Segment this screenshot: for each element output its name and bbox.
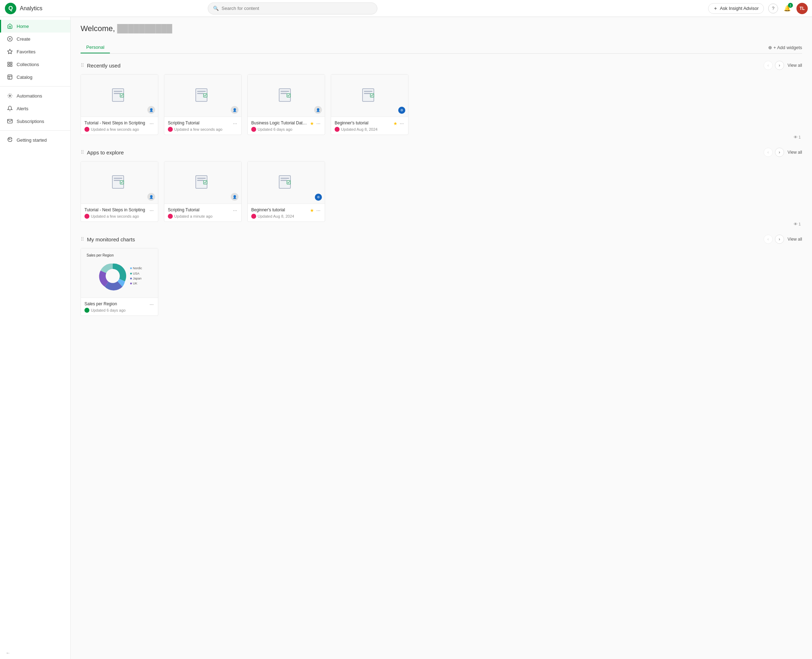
topbar-right: ✦ Ask Insight Advisor ? 🔔 1 TL — [708, 3, 808, 14]
app-icon-2 — [194, 87, 211, 105]
card-more-button-1[interactable]: ··· — [149, 120, 155, 126]
svg-rect-28 — [364, 93, 370, 94]
insight-advisor-button[interactable]: ✦ Ask Insight Advisor — [708, 3, 764, 14]
card-actions-2: ··· — [232, 120, 238, 126]
chart-legend: ■ Nordic ■ USA ■ Japan ■ UK — [130, 266, 142, 286]
sidebar-collapse-button[interactable]: ← — [0, 646, 70, 659]
svg-rect-19 — [197, 91, 206, 92]
apps-view-all[interactable]: View all — [788, 150, 802, 155]
svg-rect-30 — [112, 176, 124, 188]
chart-more-button-1[interactable]: ··· — [149, 301, 155, 307]
recently-used-card-4: ⚙ Beginner's tutorial Updated Aug 8, 202… — [331, 74, 408, 135]
apps-thumb-3: ⚙ — [248, 161, 325, 204]
card-title-2: Scripting Tutorial — [168, 120, 231, 125]
recently-used-views: 👁 1 — [80, 135, 802, 140]
apps-to-explore-section-header: ⠿ Apps to explore ‹ › View all — [80, 148, 802, 157]
card-badge-3: 👤 — [314, 106, 322, 114]
card-more-button-2[interactable]: ··· — [232, 120, 238, 126]
catalog-icon — [7, 74, 13, 80]
chart-info-1: Sales per Region Updated 6 days ago ··· — [81, 298, 158, 315]
svg-rect-16 — [114, 93, 120, 94]
sidebar-item-create[interactable]: Create — [0, 33, 70, 45]
chart-thumb-1: Sales per Region — [81, 248, 158, 298]
help-button[interactable]: ? — [768, 3, 778, 13]
sidebar-item-home[interactable]: Home — [0, 20, 70, 33]
apps-to-explore-nav: ‹ › View all — [763, 148, 802, 157]
apps-info-2: Scripting Tutorial Updated a minute ago … — [164, 204, 241, 222]
recently-used-prev-button[interactable]: ‹ — [763, 61, 773, 70]
apps-thumb-1: 👤 — [81, 161, 158, 204]
apps-actions-2: ··· — [232, 207, 238, 213]
drag-handle-recently-used[interactable]: ⠿ — [80, 63, 84, 68]
recently-used-section-header: ⠿ Recently used ‹ › View all — [80, 61, 802, 70]
chart-subtitle-1: Updated 6 days ago — [84, 308, 147, 313]
sidebar-item-collections[interactable]: Collections — [0, 58, 70, 71]
card-star-button-4[interactable]: ★ — [393, 121, 397, 126]
svg-rect-14 — [112, 89, 124, 101]
svg-rect-9 — [10, 65, 12, 66]
avatar[interactable]: TL — [796, 3, 808, 14]
card-meta-4: Beginner's tutorial Updated Aug 8, 2024 — [334, 120, 392, 132]
card-badge-1: 👤 — [147, 106, 155, 114]
apps-more-button-2[interactable]: ··· — [232, 207, 238, 213]
apps-more-button-1[interactable]: ··· — [149, 207, 155, 213]
eye-icon: 👁 — [794, 135, 798, 139]
create-icon — [7, 36, 13, 42]
apps-more-button-3[interactable]: ··· — [315, 207, 321, 213]
collapse-icon: ← — [6, 650, 10, 656]
chart-card-title-1: Sales per Region — [84, 301, 147, 306]
apps-actions-1: ··· — [149, 207, 155, 213]
apps-thumb-2: 👤 — [164, 161, 241, 204]
svg-text:Q: Q — [8, 5, 13, 11]
apps-icon-2 — [194, 173, 211, 192]
sidebar-collections-label: Collections — [17, 62, 39, 67]
apps-star-button-3[interactable]: ★ — [310, 208, 314, 213]
card-actions-1: ··· — [149, 120, 155, 126]
card-more-button-4[interactable]: ··· — [399, 120, 405, 126]
recently-used-view-all[interactable]: View all — [788, 63, 802, 68]
card-more-button-3[interactable]: ··· — [315, 120, 321, 126]
apps-badge-3: ⚙ — [315, 194, 322, 201]
apps-prev-button[interactable]: ‹ — [763, 148, 773, 157]
monitored-charts-cards: Sales per Region — [80, 248, 802, 316]
sidebar-item-getting-started[interactable]: Getting started — [0, 134, 70, 146]
svg-point-13 — [9, 95, 11, 96]
notifications-button[interactable]: 🔔 1 — [782, 3, 792, 13]
donut-chart-svg — [97, 260, 129, 292]
apps-avatar-2 — [168, 214, 173, 219]
apps-eye-icon: 👁 — [794, 222, 798, 226]
topbar: Q Analytics 🔍 ✦ Ask Insight Advisor ? 🔔 … — [0, 0, 812, 17]
sidebar-item-alerts[interactable]: Alerts — [0, 102, 70, 115]
recently-used-cards: 👤 Tutorial - Next Steps in Scripting Upd… — [80, 74, 802, 135]
card-thumb-4: ⚙ — [331, 74, 408, 117]
topbar-left: Q Analytics — [4, 2, 43, 15]
apps-next-button[interactable]: › — [775, 148, 784, 157]
recently-used-next-button[interactable]: › — [775, 61, 784, 70]
drag-handle-apps[interactable]: ⠿ — [80, 150, 84, 155]
qlik-logo-svg: Q — [4, 2, 17, 15]
charts-next-button[interactable]: › — [775, 235, 784, 244]
search-input[interactable] — [222, 6, 372, 11]
svg-rect-20 — [197, 93, 203, 94]
svg-rect-10 — [8, 75, 12, 79]
sidebar-item-favorites[interactable]: Favorites — [0, 45, 70, 58]
sidebar-item-catalog[interactable]: Catalog — [0, 71, 70, 84]
search-bar[interactable]: 🔍 — [208, 3, 377, 14]
sidebar-item-automations[interactable]: Automations — [0, 90, 70, 102]
card-star-button-3[interactable]: ★ — [310, 121, 314, 126]
add-widgets-button[interactable]: ⊕ + Add widgets — [768, 45, 802, 50]
recently-used-card-1: 👤 Tutorial - Next Steps in Scripting Upd… — [80, 74, 158, 135]
drag-handle-charts[interactable]: ⠿ — [80, 236, 84, 242]
sidebar-item-subscriptions[interactable]: Subscriptions — [0, 115, 70, 128]
apps-info-3: Beginner's tutorial Updated Aug 8, 2024 … — [248, 204, 325, 222]
svg-marker-5 — [8, 49, 12, 54]
card-info-4: Beginner's tutorial Updated Aug 8, 2024 … — [331, 117, 408, 135]
svg-rect-39 — [281, 178, 289, 179]
charts-prev-button[interactable]: ‹ — [763, 235, 773, 244]
svg-rect-23 — [281, 91, 289, 92]
subscriptions-icon — [7, 118, 13, 124]
tab-personal[interactable]: Personal — [80, 42, 110, 54]
app-icon-4 — [361, 87, 378, 105]
sidebar-divider-2 — [0, 130, 70, 131]
charts-view-all[interactable]: View all — [788, 237, 802, 242]
